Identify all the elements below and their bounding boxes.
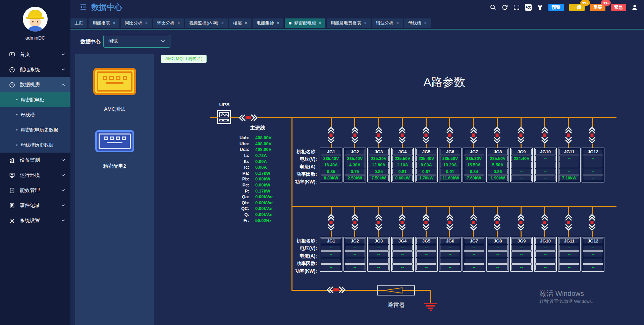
ground-stem	[430, 290, 431, 304]
avatar[interactable]	[23, 7, 48, 32]
collapse-menu-icon[interactable]	[79, 4, 87, 10]
sidebar-item-2[interactable]: 数据机房	[0, 77, 70, 92]
device-card-0[interactable]: AMC测试	[75, 68, 154, 112]
sidebar-item-7[interactable]: 系统设置	[0, 213, 70, 228]
tab-close-icon[interactable]: ×	[221, 21, 224, 25]
power-factor-cell: --	[535, 258, 555, 264]
chevron-down-icon	[61, 53, 65, 56]
current-cell: --	[321, 251, 341, 257]
tab-4[interactable]: 视频监控(内网)×	[185, 18, 228, 28]
param-label: Q:	[220, 212, 249, 217]
tab-close-icon[interactable]: ×	[177, 21, 180, 25]
theme-shirt-icon[interactable]	[537, 4, 543, 11]
tab-close-icon[interactable]: ×	[396, 21, 399, 25]
sidebar-subitem-3[interactable]: 母线槽历史数据	[0, 138, 70, 153]
feeder-line	[210, 117, 218, 118]
power-factor-cell: 0.81	[392, 169, 413, 175]
tab-7[interactable]: 精密配电柜×	[285, 18, 325, 28]
fullscreen-icon[interactable]	[513, 4, 520, 11]
voltage-cell: --	[488, 245, 508, 251]
alarm-badge: 99+	[580, 0, 590, 6]
tab-label: 用能及电费报表	[331, 20, 361, 26]
user-icon[interactable]	[631, 4, 638, 11]
alarm-button-1[interactable]: 一般99+	[569, 4, 585, 11]
cabinet-column: JG1235.40V16.40A0.858.80kW	[320, 148, 342, 182]
power-cell: 0.60kW	[392, 175, 413, 181]
power-icon	[9, 82, 15, 88]
tab-8[interactable]: 用能及电费报表×	[327, 18, 371, 28]
sidebar-item-3[interactable]: 设备监测	[0, 153, 70, 168]
monitor-icon	[9, 51, 15, 58]
voltage-cell: 235.30V	[369, 156, 389, 162]
tab-6[interactable]: 电能集抄×	[253, 18, 283, 28]
power-cell: 2.50kW	[345, 175, 365, 181]
tab-close-icon[interactable]: ×	[319, 21, 321, 25]
alarm-button-0[interactable]: 预警	[548, 4, 564, 11]
cabinet-name-cell: JG12	[583, 149, 603, 155]
current-cell: 4.30A	[345, 162, 365, 168]
power-factor-cell: --	[512, 258, 532, 264]
cabinet-name-cell: JG1	[321, 238, 341, 244]
datacenter-select[interactable]: 测试	[103, 35, 170, 48]
tab-3[interactable]: 环比分析×	[153, 18, 184, 28]
param-row: Ia:0.72A	[220, 153, 273, 159]
power-factor-cell: --	[392, 258, 413, 264]
power-factor-cell: 0.85	[321, 169, 341, 175]
sidebar-item-6[interactable]: 事件记录	[0, 198, 70, 213]
voltage-cell: --	[535, 245, 555, 251]
cabinet-name-cell: JG2	[345, 238, 365, 244]
tab-close-icon[interactable]: ×	[277, 21, 279, 25]
current-cell: --	[440, 251, 460, 257]
power-factor-cell: --	[583, 258, 603, 264]
row-label: 机柜名称:	[283, 237, 317, 245]
param-row: Uab:408.00V	[220, 135, 273, 141]
alarm-button-3[interactable]: 紧急	[611, 4, 626, 11]
search-icon[interactable]	[490, 4, 496, 11]
cabinet-column: JG10--------	[534, 148, 557, 182]
sidebar-item-label: 事件记录	[20, 202, 61, 209]
settings-icon	[9, 217, 15, 224]
feeder-drop	[493, 118, 501, 148]
sidebar-subitem-2[interactable]: 精密配电历史数据	[0, 122, 70, 138]
tab-5[interactable]: 楼层×	[229, 18, 251, 28]
device-card-label: 精密配电2	[75, 163, 154, 169]
sidebar-item-5[interactable]: 能效管理	[0, 183, 70, 198]
translate-icon[interactable]: A文	[525, 4, 532, 11]
chevron-up-icon	[61, 84, 65, 86]
device-card-1[interactable]: 精密配电2	[75, 130, 154, 169]
power-factor-cell: --	[559, 258, 579, 264]
power-factor-cell: 0.85	[369, 169, 389, 175]
row-label: 功率(KW):	[283, 267, 317, 275]
tab-close-icon[interactable]: ×	[245, 21, 247, 25]
sidebar-subitem-1[interactable]: 母线槽	[0, 107, 70, 122]
cabinet-column: JG2235.40V4.30A0.752.50kW	[343, 148, 366, 182]
tab-close-icon[interactable]: ×	[113, 21, 115, 25]
sidebar-subitem-0[interactable]: 精密配电柜	[0, 92, 70, 107]
sidebar-item-0[interactable]: 首页	[0, 47, 70, 62]
param-value: 0.00kVar	[255, 212, 273, 217]
arrester-label: 避雷器	[378, 301, 414, 309]
tab-close-icon[interactable]: ×	[364, 21, 367, 25]
tab-2[interactable]: 同比分析×	[121, 18, 152, 28]
tab-0[interactable]: 主页	[70, 18, 87, 28]
cabinet-name-cell: JG6	[440, 238, 460, 244]
alarm-button-2[interactable]: 重要99+	[590, 4, 605, 11]
sidebar-item-4[interactable]: 运行环境	[0, 168, 70, 183]
feeder-drop	[565, 207, 572, 237]
tab-9[interactable]: 谐波分析×	[372, 18, 403, 28]
feeder-drop	[565, 118, 572, 148]
sidebar-item-1[interactable]: 配电系统	[0, 62, 70, 77]
param-row: Q:0.00kVar	[220, 212, 273, 218]
tab-close-icon[interactable]: ×	[145, 21, 148, 25]
tab-10[interactable]: 母线槽×	[404, 18, 431, 28]
power-cell: --	[392, 264, 413, 270]
refresh-icon[interactable]	[501, 4, 508, 11]
power-factor-cell: --	[345, 258, 365, 264]
tab-close-icon[interactable]: ×	[424, 21, 427, 25]
device-group-button[interactable]: AMC MQTT测试 (1)	[161, 55, 207, 63]
power-factor-cell: --	[535, 169, 555, 175]
username: adminDC	[0, 35, 70, 41]
param-value: 0.00kVar	[255, 200, 273, 205]
tab-1[interactable]: 用能报表×	[89, 18, 119, 28]
sidebar-subitem-label: 母线槽历史数据	[21, 142, 54, 148]
